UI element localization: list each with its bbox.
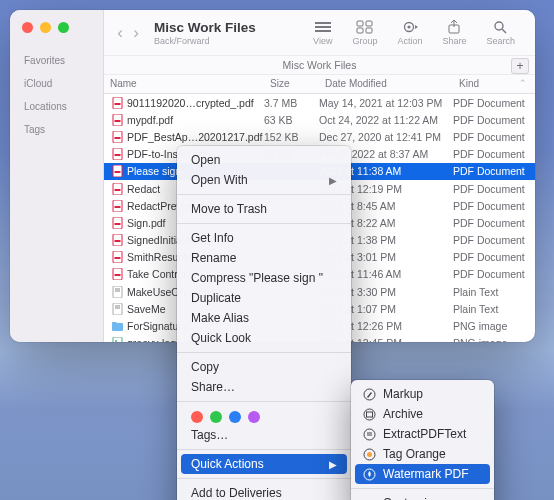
submenu-markup[interactable]: Markup <box>351 384 494 404</box>
svg-rect-8 <box>315 26 331 28</box>
submenu-customize[interactable]: Customize… <box>351 493 494 500</box>
file-kind: PDF Document <box>453 217 535 229</box>
nav-label: Back/Forward <box>154 36 256 46</box>
table-row[interactable]: mypdf.pdf63 KBOct 24, 2022 at 11:22 AMPD… <box>104 111 535 128</box>
zoom-icon[interactable] <box>58 22 69 33</box>
menu-tags[interactable]: Tags… <box>177 425 351 445</box>
menu-open[interactable]: Open <box>177 150 351 170</box>
pdf-file-icon <box>112 148 123 160</box>
tag-green-icon[interactable] <box>210 411 222 423</box>
title-area: Misc Work Files Back/Forward <box>154 20 256 46</box>
file-kind: Plain Text <box>453 303 535 315</box>
svg-rect-13 <box>366 28 372 33</box>
menu-rename[interactable]: Rename <box>177 248 351 268</box>
chevron-right-icon: ▶ <box>329 175 337 186</box>
file-kind: PDF Document <box>453 251 535 263</box>
file-size: 3.7 MB <box>264 97 319 109</box>
sidebar: Favorites iCloud Locations Tags <box>10 10 104 342</box>
file-kind: PNG image <box>453 320 535 332</box>
file-name: Redact <box>127 183 160 195</box>
sidebar-section-icloud[interactable]: iCloud <box>10 72 103 95</box>
tag-purple-icon[interactable] <box>248 411 260 423</box>
svg-rect-11 <box>366 21 372 26</box>
file-name: mypdf.pdf <box>127 114 173 126</box>
pdf-file-icon <box>112 97 123 109</box>
file-size: 152 KB <box>264 131 319 143</box>
menu-open-with[interactable]: Open With▶ <box>177 170 351 190</box>
submenu-archive[interactable]: Archive <box>351 404 494 424</box>
submenu-extract[interactable]: ExtractPDFText <box>351 424 494 444</box>
svg-rect-9 <box>315 30 331 32</box>
sidebar-section-favorites[interactable]: Favorites <box>10 49 103 72</box>
nav-buttons: ‹ › <box>112 19 144 47</box>
search-icon <box>492 20 510 34</box>
extract-icon <box>363 428 376 441</box>
share-icon <box>445 20 463 34</box>
col-kind[interactable]: Kind⌃ <box>453 75 535 93</box>
pdf-file-icon <box>112 200 123 212</box>
menu-share[interactable]: Share… <box>177 377 351 397</box>
svg-rect-10 <box>357 21 363 26</box>
menu-move-trash[interactable]: Move to Trash <box>177 199 351 219</box>
back-button[interactable]: ‹ <box>112 19 128 47</box>
menu-add-deliveries[interactable]: Add to Deliveries <box>177 483 351 500</box>
col-size[interactable]: Size <box>264 75 319 93</box>
action-button[interactable]: Action <box>387 20 432 46</box>
menu-make-alias[interactable]: Make Alias <box>177 308 351 328</box>
path-bar: Misc Work Files + <box>104 56 535 75</box>
file-name: 9011192020…crypted_.pdf <box>127 97 254 109</box>
file-date: Oct 24, 2022 at 11:22 AM <box>319 114 453 126</box>
sidebar-section-locations[interactable]: Locations <box>10 95 103 118</box>
file-kind: PNG image <box>453 337 535 342</box>
view-button[interactable]: View <box>303 20 342 46</box>
svg-rect-21 <box>367 412 373 417</box>
file-kind: Plain Text <box>453 286 535 298</box>
file-kind: PDF Document <box>453 234 535 246</box>
path-crumb[interactable]: Misc Work Files <box>283 59 357 71</box>
menu-copy[interactable]: Copy <box>177 357 351 377</box>
sidebar-section-tags[interactable]: Tags <box>10 118 103 141</box>
list-view-icon <box>314 20 332 34</box>
toolbar: ‹ › Misc Work Files Back/Forward View Gr… <box>104 10 535 56</box>
menu-quick-look[interactable]: Quick Look <box>177 328 351 348</box>
pdf-file-icon <box>112 114 123 126</box>
menu-compress[interactable]: Compress "Please sign " <box>177 268 351 288</box>
minimize-icon[interactable] <box>40 22 51 33</box>
file-kind: PDF Document <box>453 148 535 160</box>
window-title: Misc Work Files <box>154 20 256 35</box>
pdf-file-icon <box>112 251 123 263</box>
search-button[interactable]: Search <box>476 20 525 46</box>
add-tab-button[interactable]: + <box>511 58 529 74</box>
forward-button[interactable]: › <box>128 19 144 47</box>
menu-duplicate[interactable]: Duplicate <box>177 288 351 308</box>
txt-file-icon <box>112 303 123 315</box>
submenu-watermark[interactable]: Watermark PDF <box>355 464 490 484</box>
txt-file-icon <box>112 286 123 298</box>
grid-icon <box>356 20 374 34</box>
quick-actions-submenu: Markup Archive ExtractPDFText Tag Orange… <box>351 380 494 500</box>
png-file-icon <box>112 337 123 342</box>
svg-point-17 <box>495 22 503 30</box>
table-row[interactable]: 9011192020…crypted_.pdf3.7 MBMay 14, 202… <box>104 94 535 111</box>
archive-icon <box>363 408 376 421</box>
gear-icon <box>401 20 419 34</box>
svg-line-18 <box>502 29 506 33</box>
menu-tag-colors <box>177 406 351 425</box>
table-row[interactable]: PDF_BestAp…20201217.pdf152 KBDec 27, 202… <box>104 128 535 145</box>
close-icon[interactable] <box>22 22 33 33</box>
file-name: PDF_BestAp…20201217.pdf <box>127 131 262 143</box>
tag-red-icon[interactable] <box>191 411 203 423</box>
col-date[interactable]: Date Modified <box>319 75 453 93</box>
menu-quick-actions[interactable]: Quick Actions▶ <box>181 454 347 474</box>
file-kind: PDF Document <box>453 183 535 195</box>
context-menu: Open Open With▶ Move to Trash Get Info R… <box>177 146 351 500</box>
group-button[interactable]: Group <box>342 20 387 46</box>
tag-blue-icon[interactable] <box>229 411 241 423</box>
share-button[interactable]: Share <box>432 20 476 46</box>
submenu-tag-orange[interactable]: Tag Orange <box>351 444 494 464</box>
menu-get-info[interactable]: Get Info <box>177 228 351 248</box>
window-controls <box>10 18 103 49</box>
col-name[interactable]: Name <box>104 75 264 93</box>
pdf-file-icon <box>112 165 123 177</box>
watermark-icon <box>363 468 376 481</box>
